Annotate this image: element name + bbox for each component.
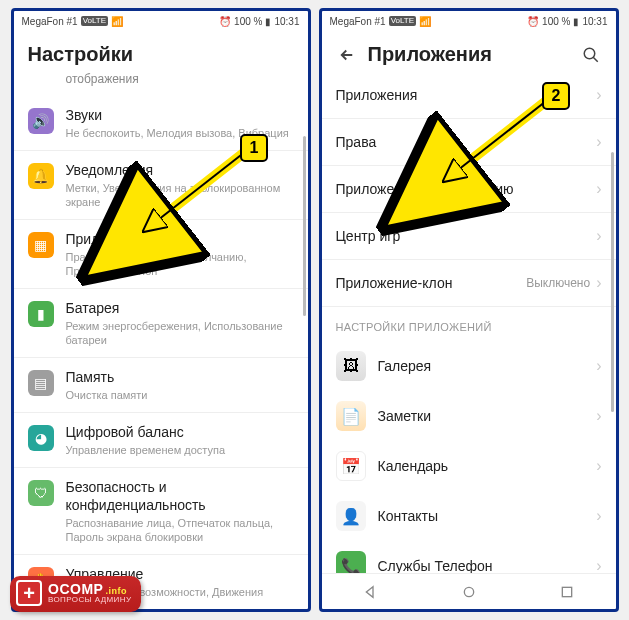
settings-item-notifications[interactable]: 🔔 Уведомления Метки, Уведомления на забл… <box>14 150 308 219</box>
plus-icon: + <box>16 580 42 606</box>
partial-row-sub: отображения <box>14 72 308 96</box>
item-sub: Режим энергосбережения, Использование ба… <box>66 319 294 347</box>
battery-icon: ▮ <box>265 16 271 27</box>
nav-home-button[interactable] <box>460 583 478 601</box>
svg-point-0 <box>584 48 595 59</box>
app-label: Контакты <box>378 508 597 524</box>
item-label: Батарея <box>66 299 294 317</box>
row-label: Приложения по умолчанию <box>336 181 597 197</box>
item-label: Приложения <box>66 230 294 248</box>
settings-list: 🔊 Звуки Не беспокоить, Мелодия вызова, В… <box>14 96 308 609</box>
sound-icon: 🔊 <box>28 108 54 134</box>
row-default-apps[interactable]: Приложения по умолчанию › <box>322 166 616 213</box>
search-button[interactable] <box>580 44 602 66</box>
nav-recent-button[interactable] <box>558 583 576 601</box>
apps-scroll[interactable]: Приложения › Права › Приложения по умолч… <box>322 72 616 573</box>
phone-right-apps: MegaFon #1 VoLTE 📶 ⏰ 100 % ▮ 10:31 Прило… <box>319 8 619 612</box>
item-sub: Не беспокоить, Мелодия вызова, Вибрация <box>66 126 294 140</box>
row-label: Центр игр <box>336 228 597 244</box>
svg-rect-2 <box>562 587 571 596</box>
app-row-phone-services[interactable]: 📞 Службы Телефон › <box>322 541 616 573</box>
digital-balance-icon: ◕ <box>28 425 54 451</box>
item-sub: Очистка памяти <box>66 388 294 402</box>
app-label: Календарь <box>378 458 597 474</box>
signal-icon: 📶 <box>111 16 123 27</box>
storage-icon: ▤ <box>28 370 54 396</box>
chevron-right-icon: › <box>596 227 601 245</box>
settings-item-storage[interactable]: ▤ Память Очистка памяти <box>14 357 308 412</box>
chevron-right-icon: › <box>596 357 601 375</box>
row-label: Приложения <box>336 87 597 103</box>
notes-icon: 📄 <box>336 401 366 431</box>
page-header: Настройки <box>14 31 308 72</box>
app-row-gallery[interactable]: 🖼 Галерея › <box>322 341 616 391</box>
app-label: Галерея <box>378 358 597 374</box>
time-label: 10:31 <box>274 16 299 27</box>
row-apps[interactable]: Приложения › <box>322 72 616 119</box>
scrollbar[interactable] <box>611 152 614 412</box>
carrier-label: MegaFon #1 <box>22 16 78 27</box>
battery-icon: ▮ <box>573 16 579 27</box>
settings-scroll[interactable]: 🔊 Звуки Не беспокоить, Мелодия вызова, В… <box>14 96 308 609</box>
item-sub: Управление временем доступа <box>66 443 294 457</box>
row-value: Выключено <box>526 276 590 290</box>
row-game-center[interactable]: Центр игр › <box>322 213 616 260</box>
settings-item-digital-balance[interactable]: ◕ Цифровой баланс Управление временем до… <box>14 412 308 467</box>
row-label: Приложение-клон <box>336 275 527 291</box>
item-label: Цифровой баланс <box>66 423 294 441</box>
item-sub: Распознавание лица, Отпечаток пальца, Па… <box>66 516 294 544</box>
bell-icon: 🔔 <box>28 163 54 189</box>
alarm-icon: ⏰ <box>219 16 231 27</box>
app-row-contacts[interactable]: 👤 Контакты › <box>322 491 616 541</box>
nav-back-button[interactable] <box>362 583 380 601</box>
battery-settings-icon: ▮ <box>28 301 54 327</box>
chevron-right-icon: › <box>596 180 601 198</box>
status-bar: MegaFon #1 VoLTE 📶 ⏰ 100 % ▮ 10:31 <box>322 11 616 31</box>
row-permissions[interactable]: Права › <box>322 119 616 166</box>
page-header: Приложения <box>322 31 616 72</box>
app-label: Заметки <box>378 408 597 424</box>
phone-left-settings: MegaFon #1 VoLTE 📶 ⏰ 100 % ▮ 10:31 Настр… <box>11 8 311 612</box>
watermark-badge: + OCOMP.info ВОПРОСЫ АДМИНУ <box>10 576 141 612</box>
settings-item-security[interactable]: 🛡 Безопасность и конфиденциальность Расп… <box>14 467 308 554</box>
android-navbar <box>322 573 616 609</box>
shield-icon: 🛡 <box>28 480 54 506</box>
status-bar: MegaFon #1 VoLTE 📶 ⏰ 100 % ▮ 10:31 <box>14 11 308 31</box>
phone-icon: 📞 <box>336 551 366 573</box>
time-label: 10:31 <box>582 16 607 27</box>
chevron-right-icon: › <box>596 86 601 104</box>
chevron-right-icon: › <box>596 407 601 425</box>
signal-icon: 📶 <box>419 16 431 27</box>
volte-badge: VoLTE <box>389 16 416 26</box>
settings-item-apps[interactable]: ▦ Приложения Права, Приложения по умолча… <box>14 219 308 288</box>
alarm-icon: ⏰ <box>527 16 539 27</box>
page-title: Настройки <box>28 43 294 66</box>
settings-item-sounds[interactable]: 🔊 Звуки Не беспокоить, Мелодия вызова, В… <box>14 96 308 150</box>
app-row-notes[interactable]: 📄 Заметки › <box>322 391 616 441</box>
chevron-right-icon: › <box>596 557 601 573</box>
volte-badge: VoLTE <box>81 16 108 26</box>
chevron-right-icon: › <box>596 507 601 525</box>
item-label: Звуки <box>66 106 294 124</box>
svg-point-1 <box>464 587 473 596</box>
calendar-icon: 📅 <box>336 451 366 481</box>
item-sub: Метки, Уведомления на заблокированном эк… <box>66 181 294 209</box>
battery-label: 100 % <box>542 16 570 27</box>
row-label: Права <box>336 134 597 150</box>
contacts-icon: 👤 <box>336 501 366 531</box>
chevron-right-icon: › <box>596 133 601 151</box>
item-label: Безопасность и конфиденциальность <box>66 478 294 514</box>
settings-item-battery[interactable]: ▮ Батарея Режим энергосбережения, Исполь… <box>14 288 308 357</box>
apps-icon: ▦ <box>28 232 54 258</box>
item-label: Уведомления <box>66 161 294 179</box>
chevron-right-icon: › <box>596 274 601 292</box>
app-row-calendar[interactable]: 📅 Календарь › <box>322 441 616 491</box>
back-button[interactable] <box>336 44 358 66</box>
chevron-right-icon: › <box>596 457 601 475</box>
watermark-tagline: ВОПРОСЫ АДМИНУ <box>48 596 131 604</box>
section-header-app-settings: НАСТРОЙКИ ПРИЛОЖЕНИЙ <box>322 307 616 341</box>
gallery-icon: 🖼 <box>336 351 366 381</box>
row-app-clone[interactable]: Приложение-клон Выключено › <box>322 260 616 307</box>
scrollbar[interactable] <box>303 136 306 316</box>
carrier-label: MegaFon #1 <box>330 16 386 27</box>
